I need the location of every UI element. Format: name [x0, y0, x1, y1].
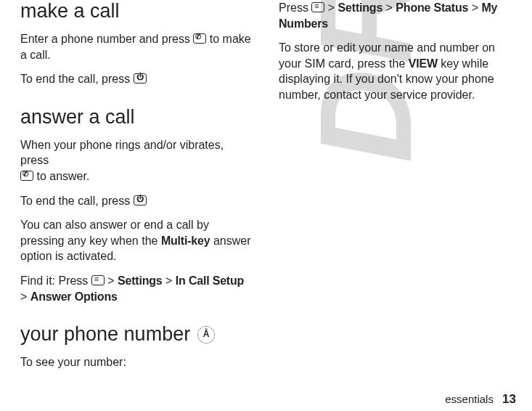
para-answer-1: When your phone rings and/or vibrates, p…: [20, 137, 253, 184]
para-right-2: To store or edit your name and number on…: [279, 40, 511, 102]
multikey-label: Multi-key: [161, 235, 210, 247]
para-right-1: Press > Settings > Phone Status > My Num…: [279, 0, 511, 31]
view-key-label: VIEW: [409, 57, 438, 70]
heading-answer-a-call: answer a call: [20, 106, 253, 129]
page-content: make a call Enter a phone number and pre…: [0, 0, 532, 379]
para-find-it: Find it: Press > Settings > In Call Setu…: [20, 273, 253, 304]
menu-key-icon: [311, 2, 324, 12]
heading-your-phone-number: your phone number: [20, 323, 190, 346]
send-key-icon: [20, 171, 33, 181]
para-answer-3: You can also answer or end a call by pre…: [20, 217, 253, 264]
para-make-2: To end the call, press: [20, 71, 253, 87]
para-number-1: To see your number:: [20, 354, 253, 370]
footer-page-number: 13: [502, 392, 516, 406]
para-make-1: Enter a phone number and press to make a…: [20, 31, 253, 62]
feature-a-icon: Å: [197, 326, 215, 343]
page-footer: essentials 13: [445, 392, 516, 407]
menu-key-icon: [91, 275, 105, 285]
end-key-icon: [134, 195, 147, 206]
send-key-icon: [193, 33, 206, 44]
para-answer-2: To end the call, press: [20, 193, 253, 209]
right-column: Press > Settings > Phone Status > My Num…: [279, 0, 511, 379]
footer-section: essentials: [445, 393, 494, 405]
left-column: make a call Enter a phone number and pre…: [20, 0, 253, 379]
heading-make-a-call: make a call: [20, 0, 253, 23]
end-key-icon: [134, 73, 147, 84]
